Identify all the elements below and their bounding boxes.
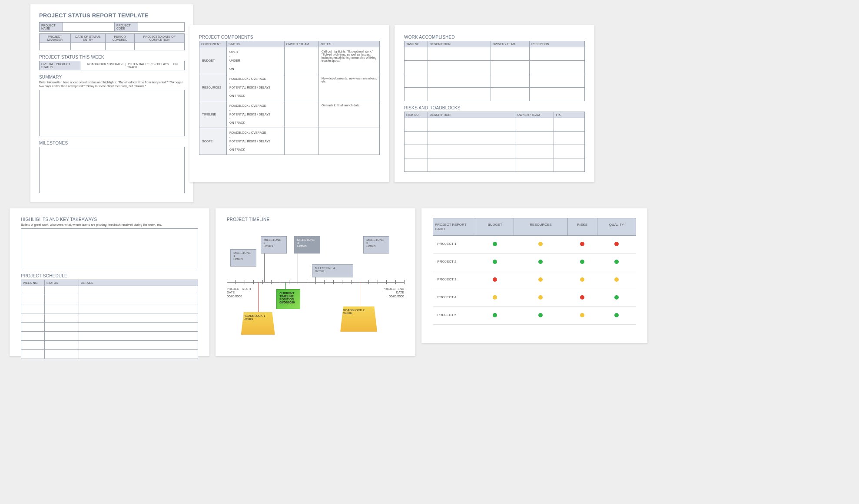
status-dot-icon (493, 295, 497, 300)
input-proj-completion[interactable] (134, 43, 184, 50)
budget-status[interactable]: OVER-UNDER-ON (227, 47, 285, 74)
status-dot-cell (514, 271, 567, 289)
status-dot-cell (567, 289, 597, 307)
table-row[interactable] (21, 313, 198, 322)
page-report-card: PROJECT REPORT CARD BUDGET RESOURCES RIS… (421, 208, 647, 343)
row-label: PROJECT 4 (433, 289, 476, 307)
highlights-hint: Bullets of great work, who owns what, wh… (21, 223, 198, 227)
row-label: PROJECT 2 (433, 254, 476, 271)
status-dot-cell (476, 236, 514, 254)
th-budget: BUDGET (476, 218, 514, 236)
opt-risks: POTENTIAL RISKS / DELAYS (128, 63, 169, 66)
status-dot-icon (538, 242, 543, 246)
table-row[interactable] (405, 158, 585, 172)
budget-note[interactable]: Call out highlights: "Exceptional work."… (319, 47, 380, 74)
table-row[interactable] (405, 74, 585, 88)
status-week-heading: PROJECT STATUS THIS WEEK (39, 55, 185, 59)
status-table: OVERALL PROJECT STATUS ROADBLOCK / OVERA… (39, 61, 185, 70)
scope-owner[interactable] (285, 128, 319, 155)
table-row[interactable] (21, 340, 198, 349)
table-row[interactable] (21, 295, 198, 304)
status-dot-icon (493, 277, 497, 282)
input-project-code[interactable] (138, 23, 185, 32)
current-position: CURRENT TIMELINE POSITION 00/00/0000 (276, 289, 300, 309)
status-dot-icon (580, 313, 584, 317)
status-dot-icon (538, 277, 543, 282)
status-dot-cell (567, 307, 597, 325)
th-risks: RISKS (567, 218, 597, 236)
status-dot-cell (514, 236, 567, 254)
status-dot-icon (580, 295, 584, 300)
status-dot-icon (580, 260, 584, 264)
report-card-row: PROJECT 1 (433, 236, 636, 254)
status-dot-cell (567, 236, 597, 254)
summary-heading: SUMMARY (39, 75, 185, 79)
th-resources: RESOURCES (514, 218, 567, 236)
resources-status[interactable]: ROADBLOCK / OVERAGE-POTENTIAL RISKS / DE… (227, 74, 285, 101)
table-row[interactable] (21, 322, 198, 331)
row-label: PROJECT 3 (433, 271, 476, 289)
summary-input[interactable] (39, 90, 185, 136)
report-card-row: PROJECT 3 (433, 271, 636, 289)
scope-note[interactable] (319, 128, 380, 155)
highlights-heading: HIGHLIGHTS AND KEY TAKEAWAYS (21, 217, 198, 222)
th-status: STATUS (227, 41, 285, 47)
scope-status[interactable]: ROADBLOCK / OVERAGE-POTENTIAL RISKS / DE… (227, 128, 285, 155)
table-row[interactable] (21, 349, 198, 359)
status-dot-cell (514, 307, 567, 325)
input-pm[interactable] (40, 43, 71, 50)
resources-note[interactable]: New developments, new team members, etc. (319, 74, 380, 101)
table-row[interactable] (21, 331, 198, 340)
page-highlights: HIGHLIGHTS AND KEY TAKEAWAYS Bullets of … (10, 208, 209, 356)
page-components: PROJECT COMPONENTS COMPONENT STATUS OWNE… (189, 25, 389, 182)
th-report-card: PROJECT REPORT CARD (433, 218, 476, 236)
status-dot-icon (538, 313, 543, 317)
input-project-name[interactable] (63, 23, 115, 32)
table-row[interactable] (405, 61, 585, 74)
status-dot-cell (476, 254, 514, 271)
timeline-heading: PROJECT TIMELINE (227, 217, 404, 222)
table-row[interactable] (405, 132, 585, 145)
budget-owner[interactable] (285, 47, 319, 74)
status-dot-cell (567, 254, 597, 271)
report-card-row: PROJECT 4 (433, 289, 636, 307)
row-timeline: TIMELINE ROADBLOCK / OVERAGE-POTENTIAL R… (199, 101, 380, 128)
table-row[interactable] (21, 304, 198, 313)
status-dot-icon (580, 242, 584, 246)
status-dot-cell (514, 254, 567, 271)
input-date-entry[interactable] (70, 43, 106, 50)
highlights-input[interactable] (21, 228, 198, 268)
th-quality: QUALITY (597, 218, 636, 236)
status-dot-icon (614, 242, 619, 246)
status-dot-cell (597, 307, 636, 325)
schedule-heading: PROJECT SCHEDULE (21, 273, 198, 278)
roadblock-2: ROADBLOCK 2Details (340, 306, 377, 332)
row-scope: SCOPE ROADBLOCK / OVERAGE-POTENTIAL RISK… (199, 128, 380, 155)
status-dot-icon (493, 260, 497, 264)
summary-hint: Enter information here about overall sta… (39, 81, 185, 89)
status-dot-cell (567, 271, 597, 289)
page-title: PROJECT STATUS REPORT TEMPLATE (39, 12, 185, 19)
milestones-heading: MILESTONES (39, 141, 185, 145)
timeline-owner[interactable] (285, 101, 319, 128)
table-row[interactable] (405, 88, 585, 101)
table-row[interactable] (21, 286, 198, 295)
page-timeline: PROJECT TIMELINE MILESTONE 1Details MILE… (216, 208, 415, 356)
resources-owner[interactable] (285, 74, 319, 101)
status-options: ROADBLOCK / OVERAGE | POTENTIAL RISKS / … (80, 61, 185, 70)
status-dot-cell (476, 307, 514, 325)
opt-roadblock: ROADBLOCK / OVERAGE (87, 63, 123, 66)
row-label: PROJECT 1 (433, 236, 476, 254)
timeline-status[interactable]: ROADBLOCK / OVERAGE-POTENTIAL RISKS / DE… (227, 101, 285, 128)
risks-table: RISK NO. DESCRIPTION OWNER / TEAM FIX (404, 112, 585, 172)
milestone-5: MILESTONE 5Details (363, 236, 389, 254)
work-table: TASK NO. DESCRIPTION OWNER / TEAM RECEPT… (404, 41, 585, 101)
timeline-note[interactable]: On track to final launch date (319, 101, 380, 128)
milestone-3: MILESTONE 3Details (294, 236, 320, 254)
milestones-input[interactable] (39, 147, 185, 193)
report-card-row: PROJECT 5 (433, 307, 636, 325)
input-period[interactable] (106, 43, 134, 50)
table-row[interactable] (405, 47, 585, 61)
table-row[interactable] (405, 118, 585, 132)
table-row[interactable] (405, 145, 585, 158)
